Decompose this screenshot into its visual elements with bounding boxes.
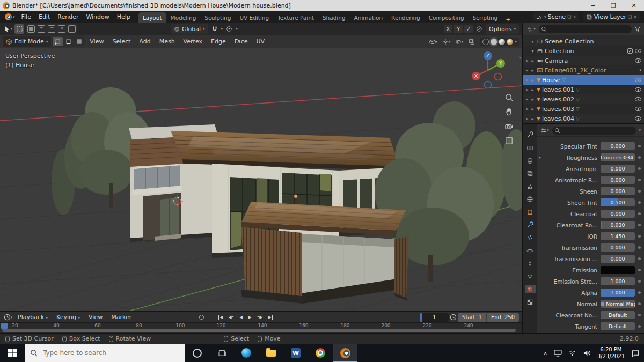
- falloff-chevron-icon[interactable]: ▾: [236, 27, 238, 31]
- mirror-x-toggle[interactable]: X: [444, 25, 452, 33]
- menu-mesh[interactable]: Mesh: [156, 37, 179, 46]
- keyframe-dot[interactable]: [638, 235, 641, 238]
- tab-view-layer[interactable]: [525, 169, 536, 178]
- orthographic-grid-icon[interactable]: [504, 136, 514, 145]
- menu-view-timeline[interactable]: View: [85, 313, 106, 322]
- end-frame-field[interactable]: End250: [486, 313, 519, 322]
- network-wifi-icon[interactable]: [568, 350, 576, 357]
- workspace-tab-sculpting[interactable]: Sculpting: [200, 12, 235, 23]
- outliner-editor-type-dropdown[interactable]: ▾: [526, 24, 536, 34]
- outliner-search[interactable]: [539, 25, 632, 33]
- select-subtract-button[interactable]: [47, 24, 56, 34]
- timeline-editor-type-dropdown[interactable]: ▾: [3, 313, 13, 322]
- menu-window[interactable]: Window: [82, 12, 113, 21]
- vertex-select-button[interactable]: [53, 37, 63, 46]
- alpha-slider[interactable]: 1.000: [601, 289, 635, 297]
- chevron-down-icon[interactable]: ▾: [639, 68, 641, 72]
- tab-constraints[interactable]: [525, 260, 536, 268]
- tab-object-data[interactable]: [525, 272, 536, 280]
- hide-eye-icon[interactable]: [635, 107, 641, 111]
- start-frame-field[interactable]: Start1: [458, 313, 486, 322]
- jump-to-start-button[interactable]: ◀: [216, 314, 225, 320]
- tray-expand-chevron-icon[interactable]: ∧: [543, 350, 547, 356]
- current-frame-field[interactable]: 1: [420, 313, 449, 322]
- tab-scene[interactable]: [525, 182, 536, 190]
- workspace-tab-scripting[interactable]: Scripting: [469, 12, 502, 23]
- view-layer-selector[interactable]: View Layer ❏ ×: [583, 12, 640, 21]
- menu-face[interactable]: Face: [231, 37, 252, 46]
- options-dropdown[interactable]: Options▾: [486, 24, 519, 34]
- sheen-tint-slider[interactable]: 0.500: [601, 198, 635, 206]
- expander-icon[interactable]: ▸: [530, 107, 535, 112]
- maximize-button[interactable]: ❐: [603, 0, 624, 11]
- gizmo-x-label[interactable]: X: [474, 73, 478, 79]
- tab-material[interactable]: [525, 285, 536, 293]
- keyframe-dot[interactable]: [638, 314, 641, 316]
- gizmo-minus-x-ball[interactable]: [495, 73, 502, 80]
- properties-search[interactable]: [552, 127, 636, 135]
- workspace-tab-modeling[interactable]: Modeling: [166, 12, 201, 23]
- hide-eye-icon[interactable]: [635, 116, 641, 121]
- select-new-button[interactable]: [26, 24, 36, 34]
- action-center-icon[interactable]: [631, 349, 640, 357]
- zoom-icon[interactable]: [504, 93, 514, 102]
- carport-model[interactable]: [241, 202, 409, 304]
- keyframe-dot[interactable]: [638, 156, 641, 159]
- properties-search-input[interactable]: [552, 127, 636, 135]
- keyframe-dot[interactable]: [638, 190, 641, 193]
- expander-icon[interactable]: ▸: [530, 68, 535, 73]
- proportional-editing-toggle[interactable]: [224, 24, 234, 34]
- display-icon[interactable]: [554, 350, 562, 357]
- snap-magnet-toggle[interactable]: [210, 24, 219, 34]
- select-invert-button[interactable]: [57, 24, 67, 34]
- anisotropic-slider[interactable]: 0.000: [601, 165, 635, 173]
- start-button[interactable]: [0, 344, 25, 362]
- workspace-tab-uv-editing[interactable]: UV Editing: [235, 12, 273, 23]
- show-gizmo-dropdown[interactable]: ▾: [441, 37, 451, 47]
- blender-menu-button[interactable]: ▾: [2, 13, 18, 20]
- task-view-button[interactable]: [209, 344, 234, 362]
- outliner-row-leaves-002[interactable]: ▸ ▼ leaves.002 ▽: [523, 94, 644, 104]
- navigation-gizmo[interactable]: Z Y X: [467, 50, 508, 91]
- tab-texture[interactable]: [525, 298, 536, 306]
- new-view-layer-icon[interactable]: ❏: [628, 14, 632, 19]
- workspace-tab-texture-paint[interactable]: Texture Paint: [273, 12, 318, 23]
- outliner-row-camera[interactable]: ▸ Camera: [523, 56, 644, 65]
- 3d-viewport[interactable]: User Perspective (1) House ‹ Z Y X: [0, 48, 522, 311]
- tab-object[interactable]: [525, 208, 536, 216]
- timeline-scrollbar[interactable]: [2, 329, 516, 332]
- expander-icon[interactable]: ▸: [530, 87, 535, 92]
- keyframe-dot[interactable]: [638, 179, 641, 181]
- play-button[interactable]: ▶: [246, 314, 253, 320]
- keyframe-dot[interactable]: [638, 302, 641, 305]
- next-keyframe-button[interactable]: •▶: [255, 314, 265, 320]
- select-extend-button[interactable]: [36, 24, 46, 34]
- properties-editor-type-dropdown[interactable]: ▾: [540, 125, 550, 135]
- hide-eye-icon[interactable]: [635, 87, 641, 92]
- outliner-row-scene-collection[interactable]: ▾ Scene Collection: [523, 36, 644, 46]
- menu-keying[interactable]: Keying ▾: [53, 313, 84, 322]
- sidebar-collapse-arrow[interactable]: ‹: [519, 54, 522, 61]
- wireframe-shading-button[interactable]: [482, 39, 489, 45]
- volume-icon[interactable]: [583, 350, 591, 357]
- expander-icon[interactable]: ▾: [530, 49, 535, 54]
- keyframe-dot[interactable]: [638, 325, 641, 328]
- expander-icon[interactable]: ▸: [530, 58, 535, 63]
- remove-view-layer-icon[interactable]: ×: [633, 14, 637, 19]
- toggle-xray-button[interactable]: [467, 37, 477, 47]
- gizmo-z-label[interactable]: Z: [486, 53, 489, 58]
- roughness-texture-field[interactable]: Concrete034_2...: [601, 153, 635, 161]
- chrome-taskbar-button[interactable]: [308, 344, 333, 362]
- outliner-row-leaves-004[interactable]: ▸ ▼ leaves.004 ▽: [523, 114, 644, 123]
- clearcoat-slider[interactable]: 0.000: [601, 210, 635, 218]
- hide-eye-icon[interactable]: [635, 58, 641, 63]
- keyframe-dot[interactable]: [638, 167, 641, 170]
- emission-color-swatch[interactable]: [601, 266, 635, 274]
- transmission-slider[interactable]: 0.000: [601, 243, 635, 252]
- gizmo-y-label[interactable]: Y: [499, 61, 502, 66]
- menu-help[interactable]: Help: [113, 12, 134, 21]
- mode-selector[interactable]: Edit Mode ▾: [3, 36, 51, 47]
- menu-view[interactable]: View: [86, 37, 107, 46]
- camera-view-icon[interactable]: [504, 122, 514, 131]
- keyframe-dot[interactable]: [638, 212, 641, 215]
